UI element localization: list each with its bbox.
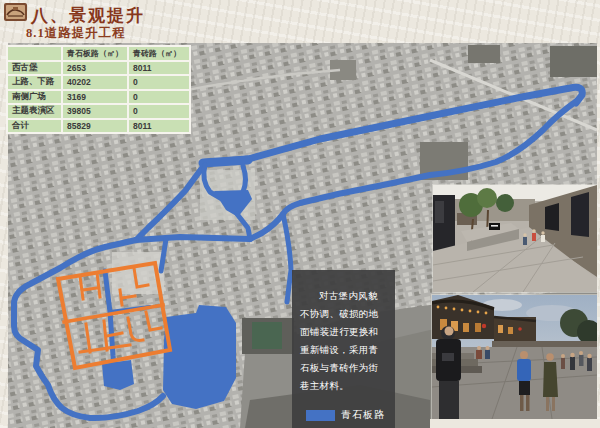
header-stone-road: 青石板路（㎡）: [63, 47, 127, 60]
stone-value: 2653: [63, 62, 127, 75]
row-label: 南侧广场: [8, 91, 61, 104]
brick-value: 8011: [129, 120, 189, 133]
table-row: 西古堡 2653 8011: [8, 62, 189, 75]
photo-street-day: [433, 185, 597, 292]
map-legend: 青石板路 青砖路: [300, 408, 387, 428]
row-label: 西古堡: [8, 62, 61, 75]
header-empty: [8, 47, 61, 60]
photo-street-dusk-art: [432, 295, 597, 419]
stone-value: 39805: [63, 105, 127, 118]
brick-value: 0: [129, 76, 189, 89]
table-header-row: 青石板路（㎡） 青砖路（㎡）: [8, 47, 189, 60]
stone-value: 40202: [63, 76, 127, 89]
photo-street-dusk: [432, 295, 597, 419]
page-title: 八、景观提升: [31, 4, 145, 27]
page-subtitle: 8.1道路提升工程: [26, 25, 126, 42]
brick-value: 0: [129, 91, 189, 104]
note-box: 对古堡内风貌不协调、破损的地面铺装进行更换和重新铺设，采用青石板与青砖作为街巷主…: [292, 270, 395, 428]
stone-road-swatch: [306, 410, 335, 421]
table-row-total: 合计 85829 8011: [8, 120, 189, 133]
brick-value: 8011: [129, 62, 189, 75]
note-text: 对古堡内风貌不协调、破损的地面铺装进行更换和重新铺设，采用青石板与青砖作为街巷主…: [300, 287, 387, 395]
background-strip: [430, 419, 600, 428]
road-quantity-table: 青石板路（㎡） 青砖路（㎡） 西古堡 2653 8011 上路、下路 40202…: [6, 45, 191, 134]
table-row: 主题表演区 39805 0: [8, 105, 189, 118]
fort-gate-plaza: [102, 360, 134, 390]
legend-label: 青石板路: [341, 408, 385, 422]
table-row: 南侧广场 3169 0: [8, 91, 189, 104]
brick-value: 0: [129, 105, 189, 118]
stone-value: 85829: [63, 120, 127, 133]
bridge-stamp-icon: [4, 3, 27, 21]
slide: 八、景观提升 8.1道路提升工程 青石板路（㎡） 青砖路（㎡） 西古堡 2653…: [0, 0, 600, 428]
row-label: 合计: [8, 120, 61, 133]
photo-street-day-art: [433, 185, 597, 292]
row-label: 主题表演区: [8, 105, 61, 118]
legend-item-stone: 青石板路: [306, 408, 387, 422]
header-brick-road: 青砖路（㎡）: [129, 47, 189, 60]
performance-area: [163, 305, 236, 409]
table-row: 上路、下路 40202 0: [8, 76, 189, 89]
road-mid-horizontal: [136, 237, 250, 240]
stone-value: 3169: [63, 91, 127, 104]
row-label: 上路、下路: [8, 76, 61, 89]
